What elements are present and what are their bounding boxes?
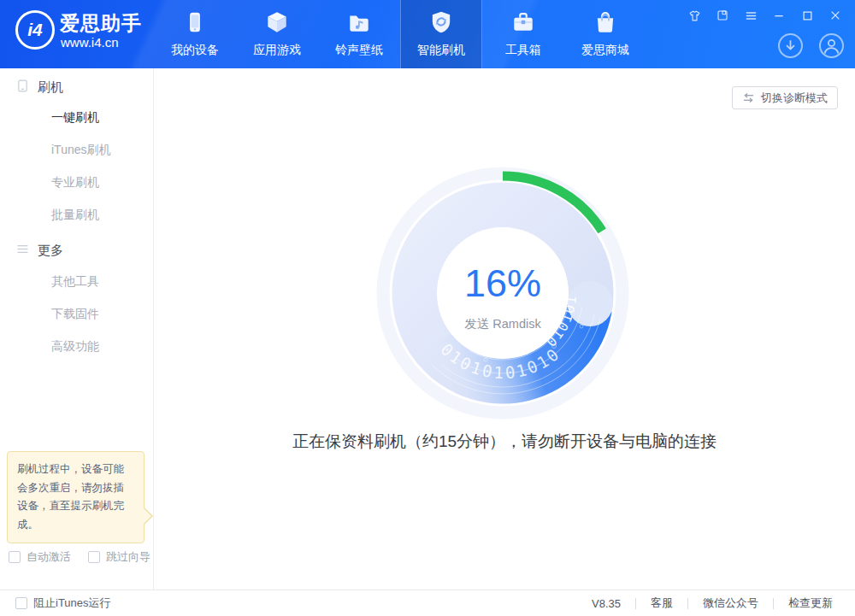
block-itunes-checkbox[interactable]	[15, 597, 27, 609]
block-itunes-option: 阻止iTunes运行	[15, 590, 111, 616]
mini-window-icon[interactable]	[715, 8, 730, 23]
header: i4 爱思助手 www.i4.cn 我的设备 应用游戏	[0, 0, 855, 68]
ringtone-folder-icon	[346, 9, 372, 35]
maximize-icon[interactable]	[799, 8, 815, 23]
status-bar: 阻止iTunes运行 V8.35 客服 微信公众号 检查更新	[0, 590, 855, 616]
skip-wizard-label: 跳过向导	[106, 549, 150, 565]
progress-stage: 发送 Ramdisk	[357, 316, 648, 332]
close-icon[interactable]	[828, 8, 843, 23]
shopping-bag-icon	[593, 9, 618, 35]
version-label: V8.35	[592, 597, 621, 610]
cube-icon	[264, 9, 290, 35]
sidebar-item-pro-flash[interactable]: 专业刷机	[51, 175, 99, 191]
menu-icon[interactable]	[743, 8, 758, 23]
user-icon	[821, 35, 842, 56]
titlebar-controls	[687, 8, 843, 23]
sidebar-section-flash: 刷机	[38, 79, 63, 96]
sidebar-section-more: 更多	[38, 243, 63, 259]
separator	[773, 598, 774, 609]
app-window: i4 爱思助手 www.i4.cn 我的设备 应用游戏	[0, 0, 855, 616]
app-logo-icon: i4	[15, 10, 55, 50]
user-account-button[interactable]	[819, 33, 844, 58]
progress-percent: 16%	[357, 261, 648, 306]
swap-icon	[742, 92, 755, 103]
sidebar-item-advanced-features[interactable]: 高级功能	[51, 339, 99, 355]
phone-icon	[182, 9, 208, 35]
progress-message: 正在保资料刷机（约15分钟），请勿断开设备与电脑的连接	[154, 431, 855, 453]
block-itunes-label: 阻止iTunes运行	[33, 595, 111, 611]
sidebar-item-download-firmware[interactable]: 下载固件	[51, 307, 99, 322]
separator	[687, 598, 688, 609]
phone-outline-icon	[15, 79, 30, 93]
switch-diagnostic-mode-button[interactable]: 切换诊断模式	[732, 86, 838, 109]
sidebar-options: 自动激活 跳过向导	[9, 549, 150, 565]
wechat-account-link[interactable]: 微信公众号	[703, 595, 758, 611]
auto-activate-checkbox[interactable]	[9, 551, 21, 563]
menu-lines-icon	[15, 242, 30, 256]
main-nav: 我的设备 应用游戏 铃声壁纸	[154, 0, 646, 68]
nav-toolbox[interactable]: 工具箱	[482, 0, 564, 68]
download-icon	[780, 35, 801, 56]
app-website: www.i4.cn	[61, 35, 119, 50]
auto-activate-label: 自动激活	[27, 549, 71, 565]
auto-activate-option: 自动激活	[9, 549, 71, 565]
sidebar: 刷机 一键刷机 iTunes刷机 专业刷机 批量刷机 更多 其他工具 下载固件 …	[0, 68, 154, 590]
minimize-icon[interactable]	[771, 8, 787, 23]
sidebar-item-one-click-flash[interactable]: 一键刷机	[51, 110, 99, 126]
separator	[635, 598, 636, 609]
toolbox-icon	[510, 9, 536, 35]
sidebar-item-itunes-flash[interactable]: iTunes刷机	[51, 143, 111, 158]
nav-apps-games[interactable]: 应用游戏	[236, 0, 318, 68]
nav-smart-flash[interactable]: 智能刷机	[400, 0, 482, 68]
customer-service-link[interactable]: 客服	[651, 595, 673, 611]
sidebar-item-other-tools[interactable]: 其他工具	[51, 274, 99, 290]
sidebar-item-batch-flash[interactable]: 批量刷机	[51, 208, 99, 223]
nav-my-devices[interactable]: 我的设备	[154, 0, 236, 68]
app-title: 爱思助手	[60, 10, 142, 37]
skip-wizard-option: 跳过向导	[88, 549, 150, 565]
nav-i4-mall[interactable]: 爱思商城	[564, 0, 646, 68]
nav-ringtones-wallpapers[interactable]: 铃声壁纸	[318, 0, 400, 68]
skip-wizard-checkbox[interactable]	[88, 551, 100, 563]
shield-refresh-icon	[428, 9, 454, 35]
check-update-link[interactable]: 检查更新	[788, 595, 833, 611]
flash-progress-widget: 01010101010 010101 16% 发送 Ramdisk	[357, 148, 648, 438]
header-quick-actions	[778, 33, 844, 58]
download-manager-button[interactable]	[778, 33, 803, 58]
main-content: 切换诊断模式	[154, 68, 855, 590]
status-bar-right: V8.35 客服 微信公众号 检查更新	[592, 590, 833, 616]
flash-warning-tooltip: 刷机过程中，设备可能会多次重启，请勿拔插设备，直至提示刷机完成。	[7, 451, 144, 543]
skin-icon[interactable]	[687, 8, 702, 23]
